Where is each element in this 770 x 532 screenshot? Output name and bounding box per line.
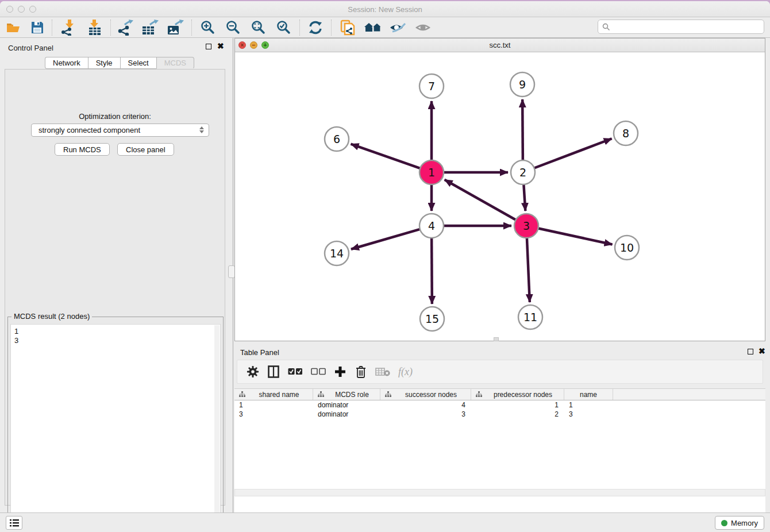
mcds-panel: Optimization criterion: strongly connect… xyxy=(5,69,225,506)
column-header-predecessor-nodes[interactable]: predecessor nodes xyxy=(471,389,564,400)
node-9[interactable]: 9 xyxy=(510,72,534,97)
mcds-result-title: MCDS result (2 nodes) xyxy=(11,312,92,321)
svg-text:3: 3 xyxy=(523,219,530,232)
toolbar-separator xyxy=(191,20,192,36)
table-cell[interactable]: 3 xyxy=(564,410,613,419)
settings-gear-icon[interactable] xyxy=(247,365,259,379)
import-table-icon[interactable] xyxy=(85,19,105,36)
save-session-icon[interactable] xyxy=(28,19,47,36)
control-panel-tabs: NetworkStyleSelectMCDS xyxy=(45,57,194,69)
node-2[interactable]: 2 xyxy=(511,160,535,184)
select-all-checks-icon[interactable] xyxy=(288,365,303,379)
tab-style[interactable]: Style xyxy=(88,57,120,69)
delete-row-icon[interactable] xyxy=(355,365,367,379)
network-canvas[interactable]: 7968124314101511 xyxy=(235,52,765,341)
criterion-dropdown[interactable]: strongly connected component xyxy=(31,124,209,137)
show-all-icon[interactable] xyxy=(414,19,433,36)
table-toolbar: f(x) xyxy=(237,360,763,384)
node-table: shared nameMCDS rolesuccessor nodesprede… xyxy=(234,388,765,525)
add-row-icon[interactable] xyxy=(334,365,346,379)
table-cell[interactable]: 1 xyxy=(234,400,313,410)
node-6[interactable]: 6 xyxy=(325,127,349,151)
node-11[interactable]: 11 xyxy=(518,305,542,329)
edge-4-15[interactable] xyxy=(432,237,432,304)
tab-network[interactable]: Network xyxy=(45,57,88,69)
mcds-result-box: MCDS result (2 nodes) 1 3 xyxy=(7,317,224,532)
node-4[interactable]: 4 xyxy=(419,214,444,238)
apply-layout-icon[interactable] xyxy=(306,19,325,36)
svg-text:14: 14 xyxy=(330,247,344,260)
column-type-icon xyxy=(385,391,391,398)
search-input[interactable] xyxy=(613,22,764,31)
table-cell[interactable]: 2 xyxy=(471,410,564,419)
column-header-name[interactable]: name xyxy=(564,389,613,400)
close-panel-icon[interactable]: ✖ xyxy=(217,43,224,49)
edge-1-6[interactable] xyxy=(351,144,422,169)
table-cell[interactable]: 1 xyxy=(564,400,613,410)
memory-button[interactable]: Memory xyxy=(715,516,764,530)
export-table-icon[interactable] xyxy=(140,19,160,36)
mcds-result-list[interactable]: 1 3 xyxy=(10,324,221,530)
task-history-button[interactable] xyxy=(6,516,22,530)
table-cell[interactable]: 3 xyxy=(234,410,313,419)
edge-2-9[interactable] xyxy=(522,99,523,161)
svg-text:15: 15 xyxy=(425,313,439,325)
table-cell[interactable]: dominator xyxy=(313,400,380,410)
edge-3-10[interactable] xyxy=(537,228,613,244)
table-cell[interactable]: 3 xyxy=(380,410,471,419)
node-10[interactable]: 10 xyxy=(615,236,639,260)
table-horizontal-scrollbar[interactable] xyxy=(234,489,765,496)
export-network-icon[interactable] xyxy=(116,19,135,36)
float-panel-icon[interactable] xyxy=(206,44,211,49)
toolbar-separator xyxy=(52,20,52,36)
network-graph[interactable]: 7968124314101511 xyxy=(235,52,765,341)
svg-text:2: 2 xyxy=(519,166,526,179)
result-scrollbar[interactable] xyxy=(214,325,220,530)
app-window: Session: New Session xyxy=(0,1,770,532)
network-resize-grip[interactable] xyxy=(494,337,499,341)
hide-selected-icon[interactable] xyxy=(388,19,407,36)
column-header-MCDS-role[interactable]: MCDS role xyxy=(313,389,380,400)
edge-2-3[interactable] xyxy=(523,183,525,211)
import-network-icon[interactable] xyxy=(58,19,78,36)
edge-4-14[interactable] xyxy=(351,229,421,249)
node-1[interactable]: 1 xyxy=(419,160,444,184)
run-mcds-button[interactable]: Run MCDS xyxy=(55,143,110,156)
search-box[interactable] xyxy=(598,20,764,34)
export-image-icon[interactable] xyxy=(165,19,185,36)
table-cell[interactable]: dominator xyxy=(313,410,380,419)
node-8[interactable]: 8 xyxy=(614,121,638,145)
zoom-selected-icon[interactable] xyxy=(274,19,294,36)
zoom-in-icon[interactable] xyxy=(198,19,218,36)
table-row[interactable]: 1dominator411 xyxy=(234,400,765,410)
first-neighbors-icon[interactable] xyxy=(363,19,383,36)
open-file-icon[interactable] xyxy=(3,19,23,36)
table-cell[interactable]: 1 xyxy=(471,400,564,410)
svg-text:6: 6 xyxy=(333,133,340,145)
node-3[interactable]: 3 xyxy=(514,214,538,238)
tab-select[interactable]: Select xyxy=(120,57,156,69)
column-header-shared-name[interactable]: shared name xyxy=(234,389,313,400)
main-toolbar xyxy=(0,17,770,38)
table-cell[interactable]: 4 xyxy=(380,400,471,410)
column-header-successor-nodes[interactable]: successor nodes xyxy=(380,389,471,400)
table-row[interactable]: 3dominator323 xyxy=(234,410,765,419)
column-visibility-icon[interactable] xyxy=(267,365,280,379)
deselect-all-checks-icon[interactable] xyxy=(311,365,326,379)
node-14[interactable]: 14 xyxy=(325,241,349,265)
close-panel-button[interactable]: Close panel xyxy=(117,143,174,156)
edge-3-1[interactable] xyxy=(445,180,517,221)
zoom-out-icon[interactable] xyxy=(224,19,243,36)
network-view-window: × − + scc.txt 7968124314101511 xyxy=(234,38,765,341)
edge-2-8[interactable] xyxy=(533,138,612,168)
criterion-value: strongly connected component xyxy=(38,126,140,134)
edge-3-11[interactable] xyxy=(527,237,530,302)
node-15[interactable]: 15 xyxy=(420,307,444,331)
zoom-fit-icon[interactable] xyxy=(249,19,268,36)
clone-network-icon[interactable] xyxy=(338,19,357,36)
column-type-icon xyxy=(476,391,482,398)
tab-mcds[interactable]: MCDS xyxy=(156,57,194,69)
node-7[interactable]: 7 xyxy=(419,74,444,98)
close-table-panel-icon[interactable]: ✖ xyxy=(759,348,765,354)
float-table-panel-icon[interactable] xyxy=(748,349,753,354)
